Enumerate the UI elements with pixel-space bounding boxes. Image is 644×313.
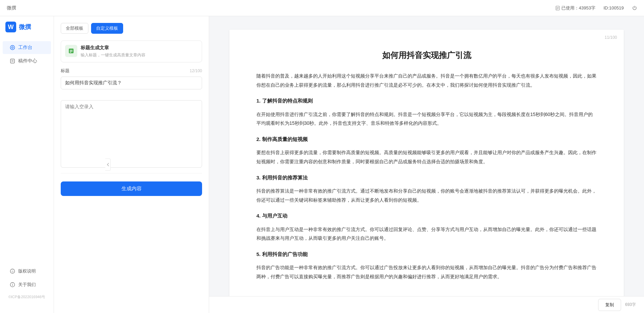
article-heading: 2. 制作高质量的短视频: [256, 135, 597, 144]
template-card-icon: [65, 45, 77, 57]
right-panel: 11/100 如何用抖音实现推广引流 随着抖音的普及，越来越多的人开始利用这个短…: [209, 16, 644, 313]
word-count-text: 已使用：43953字: [561, 5, 595, 11]
sidebar-logo: W 微撰: [0, 22, 54, 40]
word-count-display: 已使用：43953字: [555, 5, 595, 11]
title-label: 标题: [61, 68, 69, 74]
article-heading: 1. 了解抖音的特点和规则: [256, 96, 597, 106]
svg-point-4: [10, 46, 15, 50]
footer-word-count: 693字: [625, 302, 636, 308]
title-label-row: 标题 12/100: [61, 68, 202, 74]
article-heading: 4. 与用户互动: [256, 211, 597, 221]
article-paragraph: 在开始使用抖音进行推广引流之前，你需要了解抖音的特点和规则。抖音是一个短视频分享…: [256, 110, 597, 128]
about-icon: [9, 282, 16, 288]
template-card-title: 标题生成文章: [81, 45, 145, 51]
power-button[interactable]: [632, 5, 637, 11]
article-heading: 5. 利用抖音的广告功能: [256, 250, 597, 259]
generate-button[interactable]: 生成内容: [61, 181, 202, 196]
user-id: ID:100519: [604, 5, 624, 10]
svg-point-5: [12, 47, 13, 49]
logo-mark: W: [5, 22, 16, 32]
article-paragraph: 抖音的广告功能是一种非常有效的推广引流方式。你可以通过广告投放来让更多的人看到你…: [256, 263, 597, 281]
logo-text: 微撰: [19, 23, 31, 31]
article-paragraph: 在抖音上与用户互动是一种非常有效的推广引流方式。你可以通过回复评论、点赞、分享等…: [256, 225, 597, 243]
right-footer: 复制 693字: [209, 296, 644, 313]
copy-button[interactable]: 复制: [598, 299, 621, 311]
tab-bar: 全部模板 自定义模板: [61, 23, 202, 34]
drafts-icon: [9, 58, 16, 64]
article-container: 11/100 如何用抖音实现推广引流 随着抖音的普及，越来越多的人开始利用这个短…: [209, 16, 644, 296]
collapse-sidebar-button[interactable]: [105, 159, 111, 171]
article-page: 11/100 如何用抖音实现推广引流 随着抖音的普及，越来越多的人开始利用这个短…: [229, 30, 624, 296]
copyright-icon: ©: [9, 268, 16, 274]
article-paragraph: 随着抖音的普及，越来越多的人开始利用这个短视频分享平台来推广自己的产品或服务。抖…: [256, 72, 597, 89]
sidebar-item-about[interactable]: 关于我们: [3, 278, 51, 291]
topbar-title: 微撰: [7, 5, 16, 11]
template-card[interactable]: 标题生成文章 输入标题，一键生成高质量文章内容: [61, 40, 202, 62]
tab-all-templates[interactable]: 全部模板: [61, 23, 88, 34]
page-number: 11/100: [605, 35, 617, 40]
left-panel: 全部模板 自定义模板 标题生成文章 输入标题，一键生成高质量文章内容: [54, 16, 209, 313]
icp-text: ©ICP备2022016946号: [0, 292, 54, 302]
sidebar-bottom: © 版权说明 关于我们 ©ICP备2022016946号: [0, 264, 54, 308]
article-paragraph: 抖音的推荐算法是一种非常有效的推广引流方式。通过不断地发布和分享自己的短视频，你…: [256, 187, 597, 204]
template-card-info: 标题生成文章 输入标题，一键生成高质量文章内容: [81, 45, 145, 58]
form-divider: [61, 173, 202, 173]
sidebar-item-copyright-label: 版权说明: [18, 268, 36, 274]
svg-text:©: ©: [12, 270, 14, 273]
content-area: 全部模板 自定义模板 标题生成文章 输入标题，一键生成高质量文章内容: [54, 16, 644, 313]
article-paragraph: 要想在抖音上获得更多的流量，你需要制作高质量的短视频。高质量的短视频能够吸引更多…: [256, 148, 597, 166]
template-card-description: 输入标题，一键生成高质量文章内容: [81, 52, 145, 58]
title-char-count: 12/100: [190, 68, 202, 73]
svg-point-13: [12, 283, 12, 284]
tab-custom-templates[interactable]: 自定义模板: [91, 23, 123, 34]
article-heading: 3. 利用抖音的推荐算法: [256, 173, 597, 183]
article-title: 如何用抖音实现推广引流: [256, 50, 597, 61]
svg-rect-6: [10, 59, 15, 63]
title-input[interactable]: [61, 77, 202, 89]
sidebar: W 微撰 工作台: [0, 16, 54, 313]
svg-rect-14: [69, 49, 74, 53]
sidebar-nav: 工作台 稿件中心: [0, 40, 54, 264]
topbar-right: 已使用：43953字 ID:100519: [555, 5, 637, 11]
document-icon: [555, 6, 560, 10]
sidebar-item-copyright[interactable]: © 版权说明: [3, 265, 51, 278]
workbench-icon: [9, 45, 16, 51]
content-textarea[interactable]: [61, 100, 202, 168]
sidebar-item-workbench-label: 工作台: [18, 45, 32, 51]
article-body: 随着抖音的普及，越来越多的人开始利用这个短视频分享平台来推广自己的产品或服务。抖…: [256, 72, 597, 281]
sidebar-item-workbench[interactable]: 工作台: [3, 41, 51, 54]
sidebar-item-about-label: 关于我们: [18, 282, 36, 288]
topbar: 微撰 已使用：43953字 ID:100519: [0, 0, 644, 16]
sidebar-item-drafts-label: 稿件中心: [18, 58, 37, 64]
main-layout: W 微撰 工作台: [0, 16, 644, 313]
sidebar-item-drafts[interactable]: 稿件中心: [3, 55, 51, 67]
